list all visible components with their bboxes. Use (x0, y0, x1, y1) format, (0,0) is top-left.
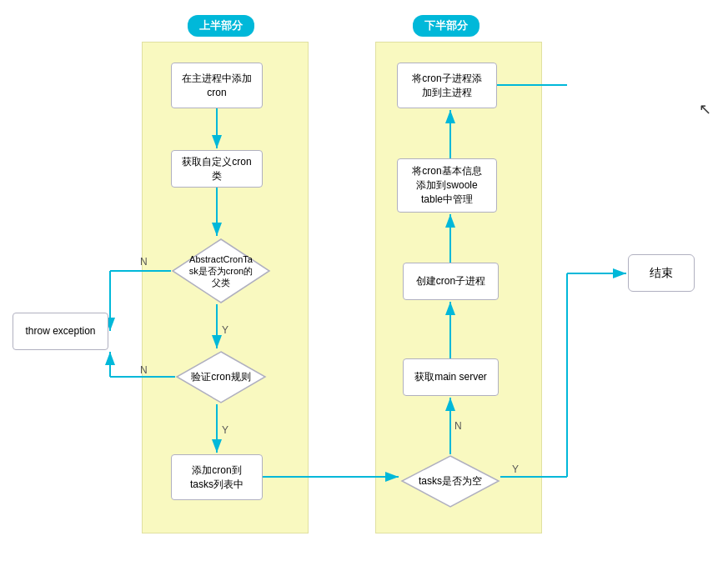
diamond-tasks-empty: tasks是否为空 (400, 454, 500, 508)
cursor: ↖ (699, 100, 711, 118)
box-get-main-server: 获取main server (403, 358, 499, 396)
box-get-custom-class: 获取自定义cron 类 (171, 150, 263, 188)
arrows-svg: Y N N Y N Y (0, 0, 728, 581)
box-add-to-tasks: 添加cron到 tasks列表中 (171, 454, 263, 500)
box-end: 结束 (628, 254, 695, 292)
box-add-basic-info: 将cron基本信息 添加到swoole table中管理 (397, 158, 497, 213)
panel-header-left: 上半部分 (188, 15, 254, 37)
box-throw-exception: throw exception (13, 313, 108, 350)
diamond-validate-rule: 验证cron规则 (175, 350, 267, 404)
box-add-cron-main: 在主进程中添加 cron (171, 63, 263, 108)
box-create-subprocess: 创建cron子进程 (403, 263, 499, 300)
diamond-abstract-check: AbstractCronTa sk是否为cron的 父类 (171, 238, 271, 304)
panel-header-right: 下半部分 (413, 15, 479, 37)
box-add-to-main: 将cron子进程添 加到主进程 (397, 63, 497, 108)
diagram-container: 上半部分 下半部分 在主进程中添加 cron 获取自定义cron 类 Abstr… (0, 0, 728, 581)
